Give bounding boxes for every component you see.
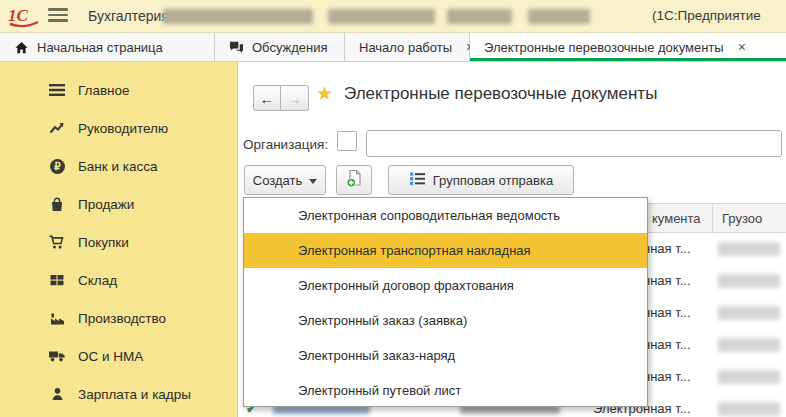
factory-icon	[47, 308, 67, 328]
new-document-icon	[345, 169, 363, 191]
list-icon	[409, 171, 426, 189]
menu-item-transport-waybill[interactable]: Электронная транспортная накладная	[244, 233, 647, 268]
main-content: ← → ★ Электронные перевозочные документы…	[238, 62, 786, 417]
group-send-label: Групповая отправка	[433, 173, 553, 188]
app-title: Бухгалтерия	[88, 8, 169, 24]
page-title: Электронные перевозочные документы	[344, 84, 657, 104]
redacted-consignor-cell	[718, 274, 780, 288]
shopping-bag-icon	[47, 194, 67, 214]
trend-chart-icon	[47, 118, 67, 138]
sidebar-item-label: Главное	[78, 83, 130, 98]
redacted-consignor-cell	[718, 306, 780, 320]
tab-discussions[interactable]: Обсуждения	[215, 33, 345, 61]
chevron-down-icon	[309, 179, 317, 184]
menu-lines-icon	[47, 80, 67, 100]
back-button[interactable]: ←	[253, 85, 281, 111]
organization-label: Организация:	[243, 137, 328, 152]
sidebar-item-fixed-assets[interactable]: ОС и НМА	[0, 337, 237, 375]
favorite-star-icon[interactable]: ★	[316, 82, 333, 105]
sidebar-item-label: Зарплата и кадры	[78, 387, 191, 402]
forward-button[interactable]: →	[281, 85, 309, 111]
sidebar-item-manager[interactable]: Руководителю	[0, 109, 237, 147]
tab-home-page[interactable]: Начальная страница	[0, 33, 215, 61]
pallet-icon	[47, 270, 67, 290]
section-sidebar: Главное Руководителю ₽ Банк и касса Прод…	[0, 62, 238, 417]
menu-item-accompanying-statement[interactable]: Электронная сопроводительная ведомость	[244, 198, 647, 233]
menu-item-charter-agreement[interactable]: Электронный договор фрахтования	[244, 268, 647, 303]
create-button[interactable]: Создать	[244, 165, 326, 195]
organization-checkbox[interactable]	[337, 131, 357, 151]
tab-bar: Начальная страница Обсуждения Начало раб…	[0, 32, 786, 62]
sidebar-item-sales[interactable]: Продажи	[0, 185, 237, 223]
truck-icon	[47, 346, 67, 366]
sidebar-item-production[interactable]: Производство	[0, 299, 237, 337]
chat-icon	[229, 40, 244, 54]
column-header-consignor[interactable]: Грузоо	[722, 211, 762, 226]
active-tab-indicator	[470, 58, 786, 61]
sidebar-item-purchases[interactable]: Покупки	[0, 223, 237, 261]
tab-getting-started[interactable]: Начало работы ×	[345, 33, 470, 61]
sidebar-item-label: Склад	[78, 273, 117, 288]
shopping-cart-icon	[47, 232, 67, 252]
menu-item-work-order[interactable]: Электронный заказ-наряд	[244, 338, 647, 373]
sidebar-item-label: Производство	[78, 311, 166, 326]
person-icon	[47, 384, 67, 404]
create-dropdown-menu: Электронная сопроводительная ведомость Э…	[243, 197, 648, 407]
sidebar-item-warehouse[interactable]: Склад	[0, 261, 237, 299]
sidebar-item-bank-cash[interactable]: ₽ Банк и касса	[0, 147, 237, 185]
svg-text:1С: 1С	[8, 6, 29, 25]
column-divider[interactable]	[712, 204, 713, 232]
redacted-consignor-cell	[718, 242, 780, 256]
create-button-label: Создать	[253, 173, 302, 188]
create-new-document-button[interactable]	[336, 165, 372, 195]
sidebar-item-label: ОС и НМА	[78, 349, 143, 364]
close-tab-icon[interactable]: ×	[738, 39, 746, 55]
ruble-coin-icon: ₽	[47, 156, 67, 176]
redacted-title-text	[163, 9, 313, 24]
sidebar-item-label: Продажи	[78, 197, 134, 212]
column-header-doc-type[interactable]: кумента	[652, 211, 701, 226]
organization-input[interactable]	[366, 130, 782, 157]
tab-label: Электронные перевозочные документы	[484, 40, 724, 55]
title-bar: 1С Бухгалтерия (1С:Предприятие	[0, 0, 786, 32]
svg-text:₽: ₽	[54, 161, 61, 172]
sidebar-item-label: Покупки	[78, 235, 129, 250]
menu-item-order-request[interactable]: Электронный заказ (заявка)	[244, 303, 647, 338]
redacted-title-text	[328, 9, 435, 24]
tab-label: Начальная страница	[37, 40, 163, 55]
redacted-consignor-cell	[718, 370, 780, 384]
menu-item-route-sheet[interactable]: Электронный путевой лист	[244, 373, 647, 408]
group-send-button[interactable]: Групповая отправка	[388, 165, 574, 195]
redacted-consignor-cell	[718, 402, 780, 416]
redacted-title-text	[528, 9, 590, 24]
tab-electronic-transport-documents[interactable]: Электронные перевозочные документы ×	[470, 33, 786, 61]
redacted-title-text	[447, 9, 512, 24]
sidebar-item-label: Руководителю	[78, 121, 168, 136]
product-name-text: (1С:Предприятие	[652, 8, 761, 23]
tab-label: Начало работы	[359, 40, 452, 55]
sidebar-item-label: Банк и касса	[78, 159, 158, 174]
sidebar-item-salary-hr[interactable]: Зарплата и кадры	[0, 375, 237, 413]
1c-logo-icon: 1С	[8, 4, 42, 28]
main-menu-icon[interactable]	[48, 8, 68, 23]
sidebar-item-main[interactable]: Главное	[0, 71, 237, 109]
redacted-consignor-cell	[718, 338, 780, 352]
app-window: 1С Бухгалтерия (1С:Предприятие Начальная…	[0, 0, 786, 417]
tab-label: Обсуждения	[252, 40, 328, 55]
home-icon	[14, 40, 29, 55]
